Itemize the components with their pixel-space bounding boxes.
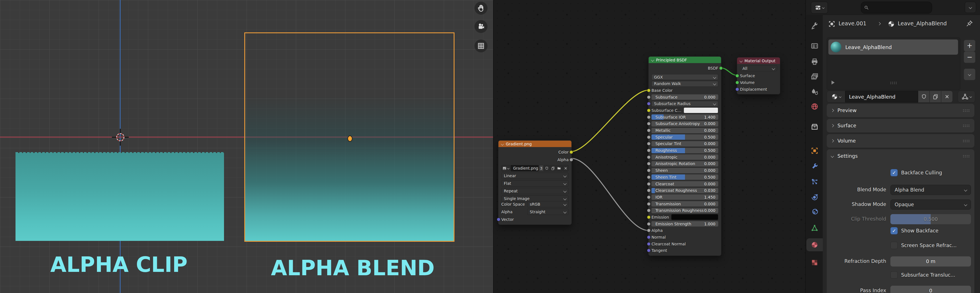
properties-tab-scene[interactable]: [807, 86, 823, 97]
sheen-slider[interactable]: Sheen0.000: [651, 168, 718, 173]
surface-input-socket[interactable]: [735, 74, 739, 78]
color-space-dropdown[interactable]: sRGB: [527, 201, 569, 207]
single-image-dropdown[interactable]: Single Image: [501, 196, 569, 202]
bsdf-row-specular-tint[interactable]: Specular Tint0.000: [651, 141, 718, 146]
alpha-output-socket[interactable]: [570, 158, 573, 162]
panel-drag-grip[interactable]: [963, 109, 970, 112]
color-output-socket[interactable]: [570, 150, 573, 154]
normal-input-socket[interactable]: [647, 236, 651, 239]
collapse-chevron-icon[interactable]: [739, 59, 743, 62]
remove-slot-button[interactable]: −: [964, 51, 975, 63]
alpha-mode-row[interactable]: Alpha Straight: [501, 209, 569, 215]
transmission-roughness-input-socket[interactable]: [647, 209, 651, 212]
material-output-node[interactable]: Material Output All Surface Volume Displ…: [737, 57, 780, 94]
bsdf-row-anisotropic-rotation[interactable]: Anisotropic Rotation0.000: [651, 161, 718, 167]
properties-tab-tool[interactable]: [807, 20, 823, 31]
link-material-dropdown[interactable]: [958, 91, 975, 103]
image-node-row-flat[interactable]: Flat: [501, 181, 569, 186]
image-texture-node[interactable]: Gradient.png Color Alpha Gradient.png: [498, 140, 572, 225]
bsdf-row-tangent[interactable]: Tangent: [651, 248, 718, 253]
subsurface-radius-input-socket[interactable]: [647, 102, 651, 106]
subsurface-translucency-checkbox[interactable]: ✓: [890, 271, 898, 279]
output-color[interactable]: Color: [501, 149, 569, 155]
roughness-input-socket[interactable]: [647, 149, 651, 153]
bsdf-row-subsurface-c[interactable]: Subsurface C...: [651, 108, 718, 113]
properties-tab-collection[interactable]: [807, 121, 823, 132]
subsurface-ior-input-socket[interactable]: [647, 115, 651, 119]
subsurface-input-socket[interactable]: [647, 95, 651, 99]
bsdf-row-clearcoat-roughness[interactable]: Clearcoat Roughness0.030: [651, 188, 718, 193]
subsurface-anisotropy-input-socket[interactable]: [647, 122, 651, 126]
transmission-slider[interactable]: Transmission0.000: [651, 201, 718, 207]
properties-tab-world[interactable]: [807, 101, 823, 112]
output-target-row[interactable]: All: [740, 66, 777, 71]
specular-slider[interactable]: Specular0.500: [651, 134, 718, 140]
unlink-image-button[interactable]: [563, 165, 569, 171]
pass-index-field[interactable]: 0: [890, 286, 971, 293]
alpha-blend-plane-selected[interactable]: [244, 32, 455, 242]
emission-strength-input-socket[interactable]: [647, 222, 651, 226]
camera-view-button[interactable]: [474, 20, 487, 33]
list-resize-grip[interactable]: [890, 81, 897, 84]
displacement-input-row[interactable]: Displacement: [740, 86, 777, 92]
properties-tab-object-data[interactable]: [807, 222, 823, 234]
bsdf-row-roughness[interactable]: Roughness0.500: [651, 148, 718, 153]
emission-input-socket[interactable]: [647, 215, 651, 219]
image-node-row-single-image[interactable]: Single Image: [501, 196, 569, 201]
bsdf-row-alpha[interactable]: Alpha: [651, 228, 718, 233]
image-node-header[interactable]: Gradient.png: [498, 140, 571, 147]
add-slot-button[interactable]: +: [964, 40, 975, 51]
properties-tab-material[interactable]: [807, 238, 823, 251]
backface-culling-checkbox[interactable]: ✓: [890, 169, 898, 176]
image-browse-button[interactable]: [501, 165, 510, 171]
anisotropic-slider[interactable]: Anisotropic0.000: [651, 154, 718, 160]
volume-input-socket[interactable]: [735, 81, 739, 84]
panel-surface[interactable]: Surface: [827, 119, 974, 132]
bsdf-row-random-walk[interactable]: Random Walk: [651, 81, 718, 86]
3d-viewport[interactable]: ALPHA CLIP ALPHA BLEND: [0, 0, 493, 293]
principled-bsdf-node[interactable]: Principled BSDF BSDF GGXRandom WalkBase …: [648, 56, 721, 256]
subsurface-slider[interactable]: Subsurface0.000: [651, 94, 718, 100]
metallic-slider[interactable]: Metallic0.000: [651, 128, 718, 133]
alpha-mode-dropdown[interactable]: Straight: [527, 209, 569, 215]
search-box[interactable]: [861, 2, 932, 14]
unlink-material-button[interactable]: [941, 91, 953, 103]
panel-preview[interactable]: Preview: [827, 104, 974, 117]
panel-drag-grip[interactable]: [963, 139, 970, 143]
properties-editor[interactable]: Leave.001 Leave_AlphaBlend Leave_AlphaBl…: [805, 0, 980, 293]
anisotropic-input-socket[interactable]: [647, 155, 651, 159]
volume-input-row[interactable]: Volume: [740, 80, 777, 85]
clearcoat-slider[interactable]: Clearcoat0.000: [651, 181, 718, 186]
anisotropic-rotation-slider[interactable]: Anisotropic Rotation0.000: [651, 161, 718, 167]
flat-dropdown[interactable]: Flat: [501, 180, 569, 186]
properties-tab-object[interactable]: [807, 145, 823, 156]
tangent-input-socket[interactable]: [647, 249, 651, 252]
image-name-field[interactable]: Gradient.png: [511, 165, 538, 171]
bsdf-row-clearcoat[interactable]: Clearcoat0.000: [651, 181, 718, 186]
sheen-input-socket[interactable]: [647, 169, 651, 172]
show-backface-checkbox[interactable]: ✓: [890, 227, 898, 234]
sheen-tint-input-socket[interactable]: [647, 175, 651, 179]
properties-tab-particles[interactable]: [807, 176, 823, 187]
subsurface-radius-dropdown[interactable]: Subsurface Radius: [651, 101, 718, 107]
editor-type-button[interactable]: [811, 2, 828, 14]
blend-mode-dropdown[interactable]: Alpha Blend: [890, 185, 971, 195]
browse-material-button[interactable]: [827, 91, 845, 103]
output-alpha[interactable]: Alpha: [501, 157, 569, 162]
ggx-dropdown[interactable]: GGX: [651, 74, 718, 80]
output-node-header[interactable]: Material Output: [737, 57, 780, 64]
alpha-input-socket[interactable]: [647, 229, 651, 232]
bsdf-row-specular[interactable]: Specular0.500: [651, 134, 718, 140]
image-users-count[interactable]: 3: [539, 165, 544, 171]
pan-hand-button[interactable]: [474, 2, 487, 14]
slot-specials-button[interactable]: [964, 68, 975, 80]
fake-user-button[interactable]: [544, 165, 549, 171]
bsdf-row-normal[interactable]: Normal: [651, 235, 718, 240]
material-name-field[interactable]: Leave_AlphaBlend: [845, 91, 918, 103]
bsdf-row-sheen-tint[interactable]: Sheen Tint0.500: [651, 174, 718, 180]
random-walk-dropdown[interactable]: Random Walk: [651, 81, 718, 87]
properties-tab-modifiers[interactable]: [807, 161, 823, 172]
image-node-row-repeat[interactable]: Repeat: [501, 188, 569, 194]
ior-slider[interactable]: IOR1.450: [651, 194, 718, 200]
open-image-button[interactable]: [556, 165, 562, 171]
